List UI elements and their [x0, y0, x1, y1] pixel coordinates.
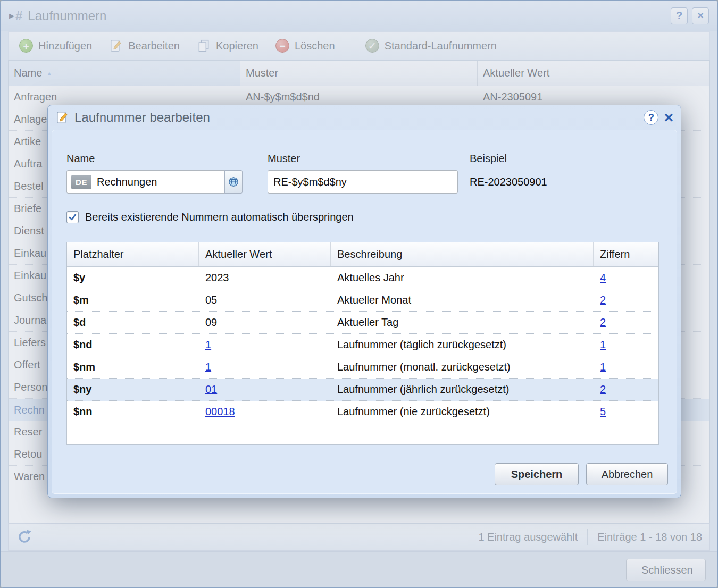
checkmark-icon — [68, 213, 77, 222]
globe-icon — [228, 177, 239, 187]
dialog-titlebar: Laufnummer bearbeiten ? × — [48, 105, 681, 130]
placeholder-row: $nd 1 Laufnummer (täglich zurückgesetzt)… — [67, 334, 658, 356]
beispiel-label: Beispiel — [470, 153, 547, 165]
skip-existing-label: Bereits existierende Nummern automatisch… — [85, 211, 354, 223]
dialog-help-button[interactable]: ? — [644, 110, 658, 125]
translations-button[interactable] — [224, 170, 243, 194]
language-badge: DE — [71, 175, 91, 189]
name-input[interactable] — [97, 176, 220, 188]
placeholder-row: $d 09 Aktueller Tag 2 — [67, 312, 658, 334]
placeholder-table: Platzhalter Aktueller Wert Beschreibung … — [66, 242, 659, 445]
column-header-aktueller-wert: Aktueller Wert — [199, 242, 331, 266]
placeholder-table-header: Platzhalter Aktueller Wert Beschreibung … — [67, 242, 658, 267]
ziffern-link[interactable]: 2 — [600, 294, 606, 306]
laufnummer-bearbeiten-dialog: Laufnummer bearbeiten ? × Name DE — [47, 105, 681, 498]
skip-existing-checkbox[interactable] — [66, 211, 79, 223]
ziffern-link[interactable]: 1 — [600, 361, 606, 373]
ziffern-link[interactable]: 2 — [600, 383, 606, 395]
dialog-body: Name DE — [52, 130, 677, 494]
wert-link[interactable]: 00018 — [205, 406, 235, 417]
column-header-ziffern: Ziffern — [594, 242, 658, 266]
ziffern-link[interactable]: 2 — [600, 316, 606, 328]
placeholder-row: $nn 00018 Laufnummer (nie zurückgesetzt)… — [67, 401, 658, 423]
ziffern-link[interactable]: 4 — [600, 272, 606, 283]
abbrechen-button[interactable]: Abbrechen — [586, 463, 668, 485]
ziffern-link[interactable]: 1 — [600, 339, 606, 350]
placeholder-row: $nm 1 Laufnummer (monatl. zurückgesetzt)… — [67, 356, 658, 379]
wert-link[interactable]: 01 — [205, 383, 217, 395]
name-label: Name — [66, 153, 243, 165]
placeholder-row: $y 2023 Aktuelles Jahr 4 — [67, 267, 658, 289]
name-field[interactable]: DE — [66, 170, 225, 194]
wert-link[interactable]: 1 — [205, 339, 211, 350]
column-header-beschreibung: Beschreibung — [331, 242, 594, 266]
edit-pencil-icon — [55, 111, 69, 124]
speichern-button[interactable]: Speichern — [495, 463, 579, 485]
muster-input[interactable] — [268, 170, 458, 194]
placeholder-row-highlighted: $ny 01 Laufnummer (jährlich zurückgesetz… — [67, 379, 658, 401]
dialog-title: Laufnummer bearbeiten — [74, 110, 210, 125]
placeholder-row: $m 05 Aktueller Monat 2 — [67, 289, 658, 312]
ziffern-link[interactable]: 5 — [600, 406, 606, 417]
dialog-close-button[interactable]: × — [664, 110, 673, 125]
wert-link[interactable]: 1 — [205, 361, 211, 373]
laufnummern-window: ▶ # Laufnummern ? × + Hinzufügen Bearbei… — [0, 0, 718, 588]
muster-label: Muster — [268, 153, 458, 165]
column-header-platzhalter: Platzhalter — [67, 242, 199, 266]
skip-existing-checkbox-row[interactable]: Bereits existierende Nummern automatisch… — [66, 211, 354, 223]
beispiel-value: RE-2023050901 — [470, 170, 547, 194]
